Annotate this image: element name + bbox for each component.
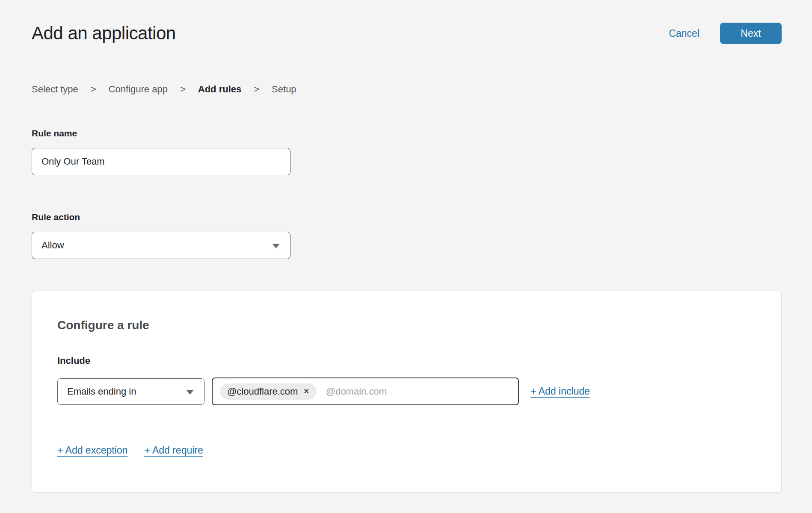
email-domain-chip-label: @cloudflare.com [227, 386, 298, 397]
add-include-link[interactable]: + Add include [530, 386, 590, 397]
include-rule-row: Emails ending in @cloudflare.com ✕ + Add… [57, 377, 756, 405]
configure-rule-title: Configure a rule [57, 318, 756, 332]
include-value-tag-input[interactable]: @cloudflare.com ✕ [212, 377, 519, 405]
include-label: Include [57, 355, 756, 366]
remove-chip-icon[interactable]: ✕ [303, 388, 309, 395]
breadcrumb-separator: > [254, 84, 259, 95]
cancel-button[interactable]: Cancel [669, 28, 699, 39]
breadcrumb-step-configure-app[interactable]: Configure app [109, 84, 168, 95]
breadcrumb-step-add-rules[interactable]: Add rules [198, 84, 241, 95]
add-require-link[interactable]: + Add require [144, 445, 203, 456]
rule-action-selected-value: Allow [41, 240, 64, 251]
rule-action-select[interactable]: Allow [32, 232, 290, 259]
include-selector-value: Emails ending in [67, 386, 136, 397]
add-exception-link[interactable]: + Add exception [57, 445, 127, 456]
email-domain-input[interactable] [326, 386, 512, 397]
configure-rule-card: Configure a rule Include Emails ending i… [32, 291, 782, 492]
email-domain-chip: @cloudflare.com ✕ [220, 383, 317, 400]
chevron-down-icon [186, 390, 194, 395]
add-application-page: Add an application Cancel Next Select ty… [0, 0, 812, 513]
breadcrumb-step-setup[interactable]: Setup [272, 84, 296, 95]
breadcrumb-separator: > [180, 84, 186, 95]
rule-action-label: Rule action [32, 212, 782, 222]
chevron-down-icon [272, 244, 280, 248]
rule-name-input[interactable] [32, 148, 290, 175]
include-selector-select[interactable]: Emails ending in [57, 378, 204, 405]
breadcrumb: Select type > Configure app > Add rules … [32, 84, 782, 95]
next-button[interactable]: Next [720, 23, 782, 44]
breadcrumb-step-select-type[interactable]: Select type [32, 84, 78, 95]
breadcrumb-separator: > [91, 84, 96, 95]
page-header: Add an application Cancel Next [32, 23, 782, 44]
header-actions: Cancel Next [669, 23, 782, 44]
rule-extra-links: + Add exception + Add require [57, 445, 756, 456]
rule-name-label: Rule name [32, 128, 782, 139]
page-title: Add an application [32, 23, 176, 44]
